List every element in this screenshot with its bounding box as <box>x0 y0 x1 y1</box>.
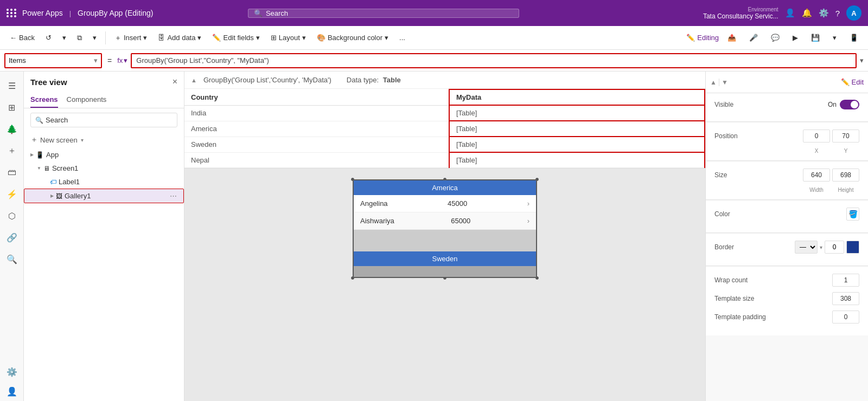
home-icon[interactable]: ⊞ <box>2 98 22 117</box>
gallery-widget[interactable]: America Angelina 45000 › Aishwariya 6500… <box>353 179 537 278</box>
global-search-input[interactable] <box>266 9 513 17</box>
template-padding-row: Template padding <box>714 311 859 324</box>
background-color-button[interactable]: 🎨 Background color ▾ <box>312 31 393 44</box>
edit-fields-chevron: ▾ <box>256 34 260 42</box>
new-screen-button[interactable]: ＋ New screen ▾ <box>24 132 184 148</box>
right-edit-button[interactable]: ✏️ Edit <box>841 78 864 86</box>
more-button[interactable]: ... <box>395 31 410 44</box>
size-row: Size <box>714 169 859 182</box>
data-type-value: Table <box>383 76 401 84</box>
formula-expand-icon[interactable]: ▾ <box>860 56 864 64</box>
position-label: Position <box>714 132 738 140</box>
undo-button[interactable]: ↺ <box>41 31 56 44</box>
app-icon: 📱 <box>36 151 44 159</box>
formula-input[interactable] <box>131 53 857 68</box>
tab-screens[interactable]: Screens <box>30 92 58 108</box>
wrap-count-label: Wrap count <box>714 276 748 284</box>
row-arrow-aishwariya: › <box>527 217 529 225</box>
position-x-input[interactable] <box>803 130 830 143</box>
border-color-swatch[interactable] <box>846 241 859 254</box>
bg-color-chevron: ▾ <box>385 34 388 42</box>
preview-button[interactable]: ▶ <box>788 31 802 44</box>
y-label: Y <box>832 148 859 154</box>
wrap-count-input[interactable] <box>832 274 859 287</box>
notification-icon[interactable]: 🔔 <box>802 8 812 18</box>
data-icon[interactable]: 🗃 <box>2 163 22 182</box>
components-icon[interactable]: ⚡ <box>2 184 22 204</box>
chevron-sep <box>719 79 719 86</box>
undo-chevron[interactable]: ▾ <box>58 31 71 44</box>
position-inputs <box>803 130 859 143</box>
gallery-group-sweden: Sweden <box>354 251 536 266</box>
new-screen-chevron: ▾ <box>81 137 84 143</box>
preview-collapse-icon[interactable]: ▲ <box>191 77 197 83</box>
row-name-angelina: Angelina <box>360 199 388 208</box>
template-size-row: Template size <box>714 292 859 305</box>
mydata-cell-0: [Table] <box>449 105 705 121</box>
tree-search-input[interactable] <box>46 113 173 127</box>
tree-item-screen1[interactable]: ▼ 🖥 Screen1 <box>24 161 184 175</box>
add-data-button[interactable]: 🗄 Add data ▾ <box>154 31 206 44</box>
back-button[interactable]: ← Back <box>5 31 39 44</box>
variables-icon[interactable]: ⬡ <box>2 206 22 225</box>
size-height-input[interactable] <box>832 169 859 182</box>
global-search-bar[interactable]: 🔍 <box>248 9 519 18</box>
data-preview: ▲ GroupBy('Group List','Country', 'MyDat… <box>184 72 705 169</box>
border-style-select[interactable]: — <box>795 241 818 254</box>
edit-fields-button[interactable]: ✏️ Edit fields ▾ <box>208 31 264 44</box>
share-button[interactable]: 📤 <box>723 31 741 44</box>
visible-toggle[interactable] <box>840 100 859 109</box>
gallery-widget-container: America Angelina 45000 › Aishwariya 6500… <box>353 179 537 278</box>
settings-icon[interactable]: ⚙️ <box>819 8 829 18</box>
copy-chevron[interactable]: ▾ <box>88 31 101 44</box>
name-box-chevron[interactable]: ▾ <box>94 56 98 64</box>
tree-item-gallery1[interactable]: ▶ 🖼 Gallery1 ⋯ <box>24 189 184 203</box>
avatar[interactable]: A <box>846 5 861 21</box>
template-padding-input[interactable] <box>832 311 859 324</box>
border-select-chevron: ▾ <box>820 244 822 250</box>
tree-item-label1[interactable]: 🏷 Label1 <box>24 175 184 189</box>
gallery-partial-row <box>354 266 536 277</box>
tree-close-button[interactable]: × <box>173 77 177 87</box>
tree-item-app[interactable]: ▶ 📱 App <box>24 148 184 161</box>
hamburger-icon[interactable]: ☰ <box>2 76 22 95</box>
size-width-input[interactable] <box>803 169 830 182</box>
settings-side-icon[interactable]: ⚙️ <box>2 362 22 381</box>
fx-chevron: ▾ <box>124 56 127 64</box>
layout-button[interactable]: ⊞ Layout ▾ <box>266 31 310 44</box>
color-swatch[interactable]: 🪣 <box>846 208 859 221</box>
separator1 <box>105 31 106 44</box>
screen1-chevron-icon: ▼ <box>37 166 41 171</box>
mydata-cell-1: [Table] <box>449 121 705 137</box>
border-width-input[interactable] <box>825 241 844 254</box>
publish-button[interactable]: 📱 <box>845 31 863 44</box>
col-header-country: Country <box>184 89 449 105</box>
comment-button[interactable]: 💬 <box>767 31 784 44</box>
copy-button[interactable]: ⧉ <box>73 31 86 44</box>
color-label: Color <box>714 210 730 218</box>
search-side-icon[interactable]: 🔍 <box>2 249 22 269</box>
insert-side-icon[interactable]: ＋ <box>2 141 22 160</box>
save-chevron[interactable]: ▾ <box>828 31 841 44</box>
connections-icon[interactable]: 🔗 <box>2 228 22 247</box>
environment-label: Environment <box>703 7 778 12</box>
fx-button[interactable]: fx ▾ <box>117 56 127 64</box>
gallery1-more-icon[interactable]: ⋯ <box>170 192 177 200</box>
right-down-icon[interactable]: ▼ <box>722 79 728 86</box>
position-y-input[interactable] <box>832 130 859 143</box>
template-size-input[interactable] <box>832 292 859 305</box>
account-icon[interactable]: 👤 <box>2 381 22 401</box>
right-panel-top: ▲ ▼ ✏️ Edit <box>706 72 868 93</box>
table-row: America [Table] <box>184 121 705 137</box>
insert-button[interactable]: ＋ Insert ▾ <box>110 31 152 45</box>
person-icon[interactable]: 👤 <box>785 8 795 18</box>
height-label: Height <box>832 187 859 193</box>
app-launcher-icon[interactable] <box>7 9 17 17</box>
save-button[interactable]: 💾 <box>807 31 824 44</box>
tab-components[interactable]: Components <box>67 92 107 108</box>
right-up-icon[interactable]: ▲ <box>710 79 717 86</box>
help-icon[interactable]: ? <box>835 9 840 18</box>
tree-icon[interactable]: 🌲 <box>2 119 22 139</box>
country-cell-2: Sweden <box>184 137 449 152</box>
mic-button[interactable]: 🎤 <box>745 31 762 44</box>
